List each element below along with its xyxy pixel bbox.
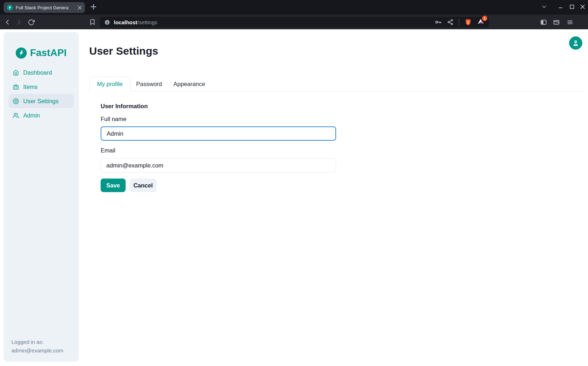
sidebar-item-label: User Settings: [23, 98, 59, 105]
app-sidebar: FastAPI Dashboard Items User Settings: [4, 32, 79, 362]
sidebar-nav: Dashboard Items User Settings Admin: [9, 65, 74, 122]
toolbar-separator: [459, 19, 459, 26]
email-label: Email: [101, 147, 115, 154]
users-icon: [13, 112, 19, 119]
home-icon: [13, 70, 19, 76]
sidebar-item-label: Dashboard: [23, 69, 52, 76]
page-title: User Settings: [89, 45, 158, 57]
tab-appearance[interactable]: Appearance: [168, 77, 211, 91]
url-text: localhost/settings: [114, 19, 431, 25]
app-page: FastAPI Dashboard Items User Settings: [0, 29, 588, 366]
brave-rewards-button[interactable]: 1: [477, 18, 485, 27]
sidebar-item-user-settings[interactable]: User Settings: [9, 94, 74, 108]
tab-title: Full Stack Project Genera: [16, 5, 75, 10]
new-tab-button[interactable]: [90, 3, 97, 12]
tab-close-icon[interactable]: [78, 6, 82, 10]
cancel-button[interactable]: Cancel: [130, 179, 157, 192]
sidebar-item-label: Items: [23, 84, 37, 90]
tab-password[interactable]: Password: [131, 77, 168, 91]
window-minimize-button[interactable]: [558, 4, 564, 11]
save-button[interactable]: Save: [101, 179, 126, 192]
wallet-icon[interactable]: [552, 17, 561, 27]
share-icon[interactable]: [447, 19, 453, 25]
saved-passwords-key-icon[interactable]: [435, 19, 442, 26]
fastapi-logo-text: FastAPI: [30, 47, 67, 59]
user-menu-button[interactable]: [569, 36, 582, 50]
fastapi-logo: FastAPI: [4, 47, 79, 59]
gear-icon: [13, 98, 19, 104]
fastapi-favicon-icon: [7, 5, 13, 11]
sidebar-item-admin[interactable]: Admin: [9, 108, 74, 122]
sidebar-item-dashboard[interactable]: Dashboard: [9, 65, 74, 80]
address-bar[interactable]: localhost/settings 1: [100, 17, 489, 27]
logged-in-label: Logged in as:: [11, 338, 63, 346]
sidebar-item-label: Admin: [23, 112, 40, 119]
logged-in-email: admin@example.com: [11, 346, 63, 355]
browser-tab-strip: Full Stack Project Genera: [0, 0, 588, 15]
browser-menu-icon[interactable]: [565, 17, 574, 27]
window-close-button[interactable]: [579, 4, 586, 11]
email-input[interactable]: [101, 158, 336, 172]
tab-search-chevron-icon[interactable]: [541, 4, 547, 11]
reload-button[interactable]: [26, 17, 36, 27]
sidebar-item-items[interactable]: Items: [9, 80, 74, 94]
bookmark-icon[interactable]: [88, 17, 97, 27]
rewards-badge: 1: [482, 16, 487, 21]
tab-my-profile[interactable]: My profile: [89, 77, 131, 91]
user-astronaut-icon: [572, 39, 579, 47]
sidebar-panel-icon[interactable]: [539, 17, 548, 27]
briefcase-icon: [13, 84, 19, 90]
logged-in-info: Logged in as: admin@example.com: [11, 338, 63, 355]
browser-tab[interactable]: Full Stack Project Genera: [4, 2, 85, 13]
browser-toolbar: localhost/settings 1: [0, 15, 588, 29]
url-path: /settings: [137, 19, 157, 25]
forward-button[interactable]: [14, 17, 24, 27]
brave-shield-icon[interactable]: [465, 19, 472, 26]
back-button[interactable]: [3, 17, 12, 27]
settings-tabs: My profile Password Appearance: [89, 77, 584, 91]
window-maximize-button[interactable]: [569, 4, 575, 11]
browser-window: Full Stack Project Genera: [0, 0, 588, 366]
full-name-input[interactable]: [101, 126, 336, 141]
url-host: localhost: [114, 19, 137, 25]
site-info-icon[interactable]: [104, 19, 110, 25]
fastapi-logo-icon: [16, 47, 27, 59]
section-title: User Information: [101, 103, 148, 110]
full-name-label: Full name: [101, 116, 126, 122]
